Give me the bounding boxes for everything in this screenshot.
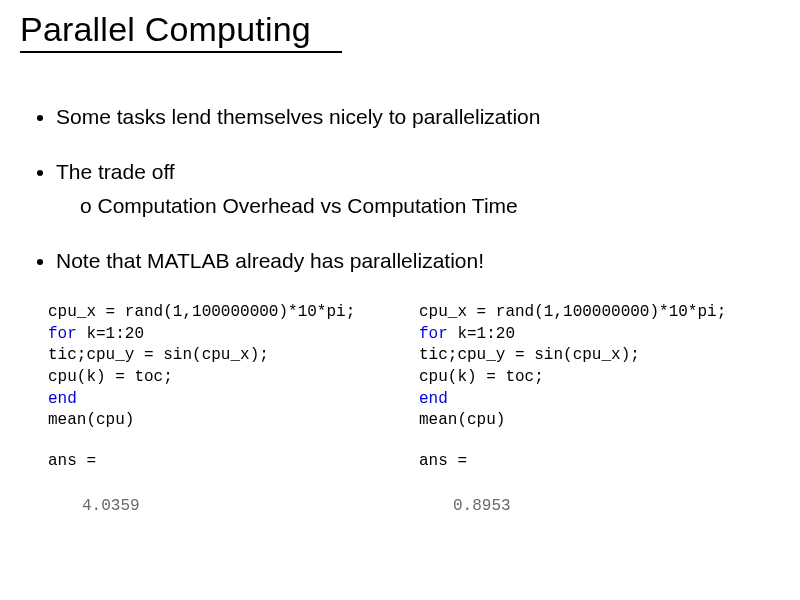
ans-block-right: ans = 0.8953 — [419, 450, 780, 517]
slide: Parallel Computing Some tasks lend thems… — [0, 0, 800, 600]
ans-value: 0.8953 — [419, 497, 511, 515]
ans-label: ans = — [419, 452, 467, 470]
code-line: k=1:20 — [77, 325, 144, 343]
code-columns: cpu_x = rand(1,100000000)*10*pi; for k=1… — [20, 302, 780, 517]
code-line: cpu_x = rand(1,100000000)*10*pi; — [48, 303, 355, 321]
sub-bullet-list: Computation Overhead vs Computation Time — [56, 192, 780, 219]
code-keyword-end: end — [419, 390, 448, 408]
code-line: mean(cpu) — [419, 411, 505, 429]
code-keyword-for: for — [48, 325, 77, 343]
code-line: mean(cpu) — [48, 411, 134, 429]
ans-block-left: ans = 4.0359 — [48, 450, 409, 517]
code-line: tic;cpu_y = sin(cpu_x); — [48, 346, 269, 364]
bullet-list: Some tasks lend themselves nicely to par… — [20, 103, 780, 274]
sub-bullet-item-1: Computation Overhead vs Computation Time — [80, 192, 780, 219]
bullet-item-2-text: The trade off — [56, 160, 175, 183]
code-column-right: cpu_x = rand(1,100000000)*10*pi; for k=1… — [419, 302, 780, 517]
code-keyword-for: for — [419, 325, 448, 343]
ans-label: ans = — [48, 452, 96, 470]
slide-title: Parallel Computing — [20, 10, 780, 49]
code-line: tic;cpu_y = sin(cpu_x); — [419, 346, 640, 364]
bullet-item-3: Note that MATLAB already has paralleliza… — [56, 247, 780, 274]
code-line: k=1:20 — [448, 325, 515, 343]
code-line: cpu_x = rand(1,100000000)*10*pi; — [419, 303, 726, 321]
code-line: cpu(k) = toc; — [48, 368, 173, 386]
code-line: cpu(k) = toc; — [419, 368, 544, 386]
code-column-left: cpu_x = rand(1,100000000)*10*pi; for k=1… — [48, 302, 409, 517]
title-underline — [20, 51, 342, 53]
ans-value: 4.0359 — [48, 497, 140, 515]
code-keyword-end: end — [48, 390, 77, 408]
bullet-item-2: The trade off Computation Overhead vs Co… — [56, 158, 780, 219]
bullet-item-1: Some tasks lend themselves nicely to par… — [56, 103, 780, 130]
